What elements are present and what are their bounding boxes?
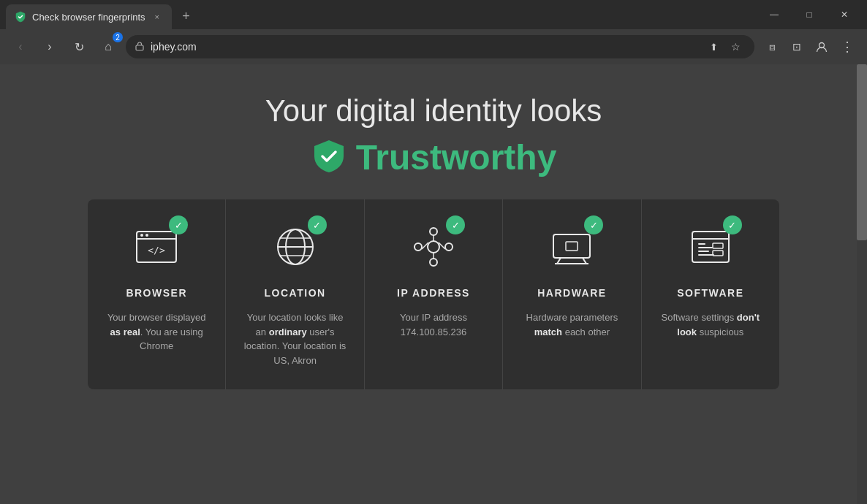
svg-rect-33 (713, 251, 723, 256)
address-bar[interactable]: iphey.com ⬆ ☆ (126, 35, 754, 58)
svg-text:</>: </> (148, 245, 165, 256)
hero-status: Trustworthy (15, 137, 852, 177)
software-check-icon: ✓ (723, 215, 742, 234)
software-card-title: SOFTWARE (656, 287, 765, 299)
nav-bar: ‹ › ↻ ⌂ 2 iphey.com ⬆ ☆ ⧈ ⊡ (0, 29, 867, 64)
home-button[interactable]: ⌂ 2 (96, 35, 120, 58)
maximize-button[interactable]: □ (792, 0, 826, 29)
new-tab-button[interactable]: + (175, 4, 198, 28)
location-card: ✓ LOCATION Your location looks like an o… (226, 199, 364, 389)
browser-card: </> ✓ BROWSER Your browser displayed as … (88, 199, 226, 389)
location-check-icon: ✓ (308, 215, 327, 234)
window-controls: — □ ✕ (757, 0, 861, 29)
svg-rect-28 (698, 243, 705, 245)
close-button[interactable]: ✕ (828, 0, 861, 29)
hero-status-text: Trustworthy (356, 137, 557, 177)
svg-line-23 (583, 258, 586, 264)
title-bar: Check browser fingerprints × + — □ ✕ (0, 0, 867, 29)
software-card-desc: Software settings don't look suspicious (656, 310, 765, 339)
home-badge-count: 2 (113, 32, 123, 42)
svg-rect-0 (136, 45, 143, 50)
svg-point-4 (140, 234, 143, 237)
svg-point-13 (430, 228, 437, 235)
location-card-desc: Your location looks like an ordinary use… (241, 310, 349, 367)
svg-point-5 (145, 234, 148, 237)
svg-point-16 (445, 243, 453, 251)
scrollbar-thumb[interactable] (857, 64, 867, 240)
svg-point-14 (430, 259, 437, 266)
tab-bar: Check browser fingerprints × + (6, 0, 754, 29)
browser-card-icon-wrapper: </> ✓ (131, 221, 182, 275)
svg-rect-32 (713, 243, 723, 248)
svg-rect-29 (698, 247, 713, 248)
trustworthy-shield-icon (311, 138, 347, 177)
menu-button[interactable]: ⋮ (835, 35, 858, 58)
share-button[interactable]: ⬆ (703, 37, 724, 57)
hardware-card-desc: Hardware parameters match each other (518, 310, 626, 339)
split-view-button[interactable]: ⊡ (785, 35, 809, 58)
svg-rect-31 (698, 254, 714, 256)
bookmark-button[interactable]: ☆ (725, 37, 746, 57)
location-card-title: LOCATION (241, 287, 349, 299)
ip-card-title: IP ADDRESS (379, 287, 488, 299)
tab-favicon (15, 11, 26, 23)
hardware-card-icon-wrapper: ✓ (546, 221, 597, 275)
ip-card-desc: Your IP address 174.100.85.236 (379, 310, 488, 339)
hardware-card-title: HARDWARE (518, 287, 626, 299)
profile-button[interactable] (810, 35, 833, 58)
svg-line-22 (557, 258, 561, 264)
hero-title: Your digital identity looks (15, 93, 852, 129)
back-button[interactable]: ‹ (9, 35, 32, 58)
svg-rect-21 (553, 234, 590, 258)
browser-check-icon: ✓ (169, 215, 188, 234)
active-tab[interactable]: Check browser fingerprints × (6, 4, 172, 29)
ip-card-icon-wrapper: ✓ (408, 221, 459, 275)
nav-right-controls: ⧈ ⊡ ⋮ (760, 35, 858, 58)
svg-rect-25 (566, 242, 578, 251)
tab-close-button[interactable]: × (151, 11, 163, 23)
ip-check-icon: ✓ (446, 215, 465, 234)
svg-rect-30 (698, 251, 709, 252)
extensions-button[interactable]: ⧈ (760, 35, 784, 58)
page-content: Your digital identity looks Trustworthy (0, 64, 867, 504)
address-text: iphey.com (151, 41, 697, 53)
cards-container: </> ✓ BROWSER Your browser displayed as … (88, 199, 779, 389)
svg-point-15 (414, 243, 422, 251)
browser-card-desc: Your browser displayed as real. You are … (102, 310, 211, 354)
software-card-icon-wrapper: ✓ (685, 221, 736, 275)
minimize-button[interactable]: — (757, 0, 791, 29)
scrollbar[interactable] (857, 64, 867, 504)
svg-point-12 (428, 241, 439, 253)
address-actions: ⬆ ☆ (703, 37, 746, 57)
location-card-icon-wrapper: ✓ (270, 221, 321, 275)
reload-button[interactable]: ↻ (67, 35, 91, 58)
browser-window: Check browser fingerprints × + — □ ✕ ‹ ›… (0, 0, 867, 504)
software-card: ✓ SOFTWARE Software settings don't look … (642, 199, 779, 389)
hardware-check-icon: ✓ (584, 215, 603, 234)
browser-card-title: BROWSER (102, 287, 211, 299)
tab-title: Check browser fingerprints (32, 12, 145, 23)
home-icon: ⌂ (105, 40, 112, 53)
forward-button[interactable]: › (38, 35, 61, 58)
ip-address-card: ✓ IP ADDRESS Your IP address 174.100.85.… (365, 199, 503, 389)
hero-section: Your digital identity looks Trustworthy (0, 64, 867, 199)
hardware-card: ✓ HARDWARE Hardware parameters match eac… (503, 199, 641, 389)
lock-icon (135, 41, 145, 53)
